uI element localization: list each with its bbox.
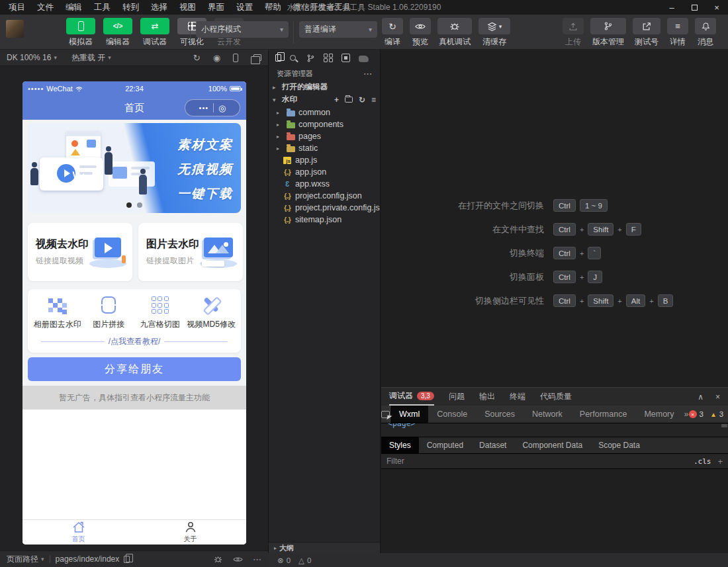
feature-album-watermark[interactable]: 相册图去水印 [32, 296, 83, 330]
devtools-tab-memory[interactable]: Memory [635, 406, 682, 423]
user-avatar[interactable] [6, 20, 24, 38]
device-selector[interactable]: DK 100% 16 ▾ [7, 53, 57, 62]
chevron-up-icon[interactable]: ∧ [698, 392, 704, 402]
devtools-tab-performance[interactable]: Performance [571, 406, 636, 423]
devtools-tab-network[interactable]: Network [523, 406, 571, 423]
add-style-icon[interactable]: + [717, 457, 723, 466]
feature-md5-modify[interactable]: 视频MD5修改 [186, 296, 238, 330]
tab-home[interactable]: 首页 [23, 520, 134, 545]
carousel-dot[interactable] [137, 202, 142, 208]
tab-debugger[interactable]: 调试器 3,3 [389, 388, 434, 406]
menu-interface[interactable]: 界面 [202, 0, 230, 15]
tree-file-app-wxss[interactable]: 3 app.wxss [269, 178, 380, 190]
tutorial-link[interactable]: /点我查看教程/ [32, 336, 237, 347]
maximize-button[interactable] [683, 0, 705, 15]
miniprogram-capsule[interactable]: ••• ◎ [185, 99, 240, 116]
tree-folder-pages[interactable]: ▸ pages [269, 130, 380, 142]
more-dots-icon[interactable]: ••• [199, 104, 209, 112]
device-frame-icon[interactable] [233, 54, 238, 62]
feature-image-stitch[interactable]: 图片拼接 [83, 296, 135, 330]
menu-settings[interactable]: 设置 [230, 0, 259, 15]
menu-file[interactable]: 文件 [31, 0, 60, 15]
page-path-label[interactable]: 页面路径 [7, 554, 38, 565]
record-icon[interactable]: ◉ [213, 53, 220, 63]
devtools-tab-sources[interactable]: Sources [476, 406, 523, 423]
details-button[interactable]: ≡ 详情 [667, 18, 688, 48]
test-account-button[interactable]: 测试号 [633, 18, 660, 48]
tab-code-quality[interactable]: 代码质量 [540, 388, 572, 406]
tab-styles[interactable]: Styles [381, 437, 419, 453]
version-control-button[interactable]: 版本管理 [590, 18, 626, 48]
tab-about[interactable]: 关于 [134, 520, 246, 545]
collapse-all-icon[interactable]: ≡ [371, 95, 376, 105]
tree-folder-static[interactable]: ▸ static [269, 142, 380, 154]
more-icon[interactable]: ⋯ [363, 69, 372, 79]
video-watermark-card[interactable]: 视频去水印 链接提取视频 [28, 223, 132, 281]
eye-icon[interactable] [233, 556, 243, 563]
error-count[interactable]: 3 [700, 410, 704, 418]
remote-debug-button[interactable]: 真机调试 [437, 18, 472, 48]
tree-file-sitemap[interactable]: {..} sitemap.json [269, 214, 380, 226]
more-icon[interactable]: ⋯ [253, 554, 261, 564]
cls-button[interactable]: .cls [694, 457, 711, 466]
toggle-simulator[interactable]: 模拟器 [65, 18, 97, 48]
devtools-tab-console[interactable]: Console [428, 406, 476, 423]
close-icon[interactable]: × [715, 392, 720, 402]
warning-counter[interactable]: △ 0 [298, 556, 311, 565]
messages-button[interactable]: 消息 [695, 18, 716, 48]
tree-file-project-config[interactable]: {..} project.config.json [269, 190, 380, 202]
scrollbar-thumb[interactable] [721, 424, 727, 427]
menu-project[interactable]: 项目 [3, 0, 31, 15]
carousel-dot-active[interactable] [126, 202, 132, 208]
menu-goto[interactable]: 转到 [116, 0, 145, 15]
warning-count[interactable]: 3 [719, 410, 723, 418]
exit-target-icon[interactable]: ◎ [218, 103, 226, 113]
minimize-button[interactable]: – [660, 0, 683, 15]
outline-section[interactable]: ▸ 大纲 [269, 542, 380, 553]
toggle-editor[interactable]: </> 编辑器 [102, 18, 134, 48]
inspect-element-button[interactable] [381, 406, 390, 423]
tab-problems[interactable]: 问题 [449, 388, 465, 406]
share-button[interactable]: 分享给朋友 [28, 357, 241, 381]
refresh-icon[interactable]: ↻ [193, 53, 201, 63]
menu-select[interactable]: 选择 [145, 0, 173, 15]
menu-tools[interactable]: 工具 [88, 0, 116, 15]
devtools-tab-wxml[interactable]: Wxml [390, 406, 428, 423]
cloud-hand-icon[interactable] [359, 56, 369, 62]
compile-mode-select[interactable]: 普通编译 ▾ [299, 21, 377, 38]
copy-icon[interactable] [124, 556, 130, 563]
search-icon[interactable] [290, 55, 296, 61]
wxml-element-tree[interactable]: <page> [381, 423, 728, 437]
new-folder-icon[interactable] [345, 97, 353, 103]
menu-view[interactable]: 视图 [173, 0, 202, 15]
npm-scripts-icon[interactable] [341, 54, 350, 62]
preview-button[interactable]: 预览 [410, 18, 431, 48]
tab-output[interactable]: 输出 [479, 388, 495, 406]
extensions-icon[interactable] [324, 54, 333, 63]
banner-carousel[interactable]: 素材文案 无痕视频 一键下载 [28, 123, 241, 213]
wxml-node-snippet[interactable]: <page> [388, 423, 416, 428]
error-counter[interactable]: ⊗ 0 [277, 556, 291, 565]
tab-computed[interactable]: Computed [419, 437, 471, 453]
toggle-debugger[interactable]: ⇄ 调试器 [139, 18, 171, 48]
tree-file-app-json[interactable]: {..} app.json [269, 166, 380, 178]
source-control-icon[interactable] [306, 54, 315, 63]
refresh-icon[interactable]: ↻ [359, 95, 365, 105]
open-editors-section[interactable]: ▸ 打开的编辑器 [269, 81, 380, 93]
files-icon[interactable] [275, 54, 281, 62]
close-button[interactable]: × [705, 0, 728, 15]
clear-cache-button[interactable]: ▾ 清缓存 [478, 18, 510, 48]
more-tabs-icon[interactable]: » [684, 410, 689, 419]
mode-select[interactable]: 小程序模式 ▾ [196, 21, 289, 38]
bug-icon[interactable] [213, 554, 223, 564]
filter-input[interactable] [387, 457, 694, 466]
tree-folder-common[interactable]: ▸ common [269, 107, 380, 118]
new-file-icon[interactable]: + [334, 95, 339, 105]
tree-file-app-js[interactable]: js app.js [269, 154, 380, 166]
menu-edit[interactable]: 编辑 [60, 0, 88, 15]
tab-component-data[interactable]: Component Data [514, 437, 590, 453]
tab-dataset[interactable]: Dataset [471, 437, 514, 453]
image-watermark-card[interactable]: 图片去水印 链接提取图片 [138, 223, 243, 281]
project-root-section[interactable]: ▾ 水印 + ↻ ≡ [269, 93, 380, 106]
feature-nine-grid[interactable]: 九宫格切图 [134, 296, 186, 330]
